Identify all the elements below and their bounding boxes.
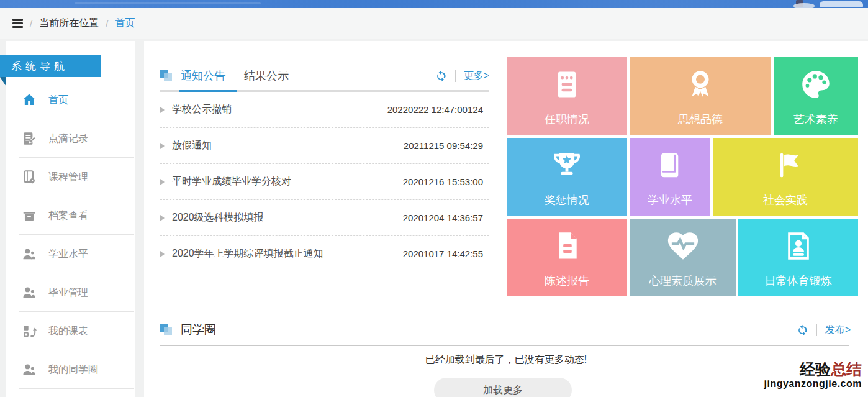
id-card-icon xyxy=(780,228,816,264)
sidebar-item-label: 首页 xyxy=(48,94,68,107)
notice-title: 平时学业成绩毕业学分核对 xyxy=(172,175,291,188)
notice-row[interactable]: 学校公示撤销 20220222 12:47:00124 xyxy=(160,92,489,128)
tile-art-literacy[interactable]: 艺术素养 xyxy=(774,57,858,135)
sidebar-item-archive[interactable]: 档案查看 xyxy=(6,196,135,235)
book-icon xyxy=(652,147,688,183)
sidebar-item-label: 学业水平 xyxy=(48,248,88,261)
tile-label: 思想品德 xyxy=(630,112,771,127)
tab-notice[interactable]: 通知公告 xyxy=(181,68,225,83)
tile-rewards-punishments[interactable]: 奖惩情况 xyxy=(507,138,627,216)
medal-icon xyxy=(682,66,718,103)
tile-academic-level[interactable]: 学业水平 xyxy=(630,138,710,216)
tile-moral-character[interactable]: 思想品德 xyxy=(630,57,771,135)
sidebar-item-timetable[interactable]: 我的课表 xyxy=(6,312,135,350)
sidebar-item-home[interactable]: 首页 xyxy=(6,81,135,119)
tile-social-practice[interactable]: 社会实践 xyxy=(713,138,858,216)
sidebar-item-graduation[interactable]: 毕业管理 xyxy=(6,273,135,312)
sidebar-item-label: 我的课表 xyxy=(48,325,88,338)
sidebar-nav: 首页 点滴记录 课程管理 xyxy=(6,81,135,389)
tab-results[interactable]: 结果公示 xyxy=(244,68,289,83)
caret-right-icon xyxy=(160,143,165,149)
tile-label: 陈述报告 xyxy=(507,273,627,288)
notice-title: 2020级选科模拟填报 xyxy=(172,211,264,224)
heart-pulse-icon xyxy=(665,228,701,264)
home-icon xyxy=(21,92,37,108)
header-divider xyxy=(455,70,456,82)
publish-link[interactable]: 发布> xyxy=(825,324,851,337)
palette-icon xyxy=(798,66,834,103)
more-link[interactable]: 更多> xyxy=(464,70,489,83)
notice-header: 通知公告 结果公示 更多> xyxy=(160,67,489,84)
sidebar-item-my-circle[interactable]: 我的同学圈 xyxy=(6,350,135,389)
tile-label: 任职情况 xyxy=(507,112,627,127)
breadcrumb-separator: / xyxy=(30,18,32,29)
notice-row[interactable]: 2020级选科模拟填报 20201204 14:36:57 xyxy=(160,200,489,236)
sidebar-item-label: 课程管理 xyxy=(48,171,88,184)
banner-decor xyxy=(793,3,815,8)
tile-statement-report[interactable]: 陈述报告 xyxy=(507,219,627,296)
breadcrumb: / 当前所在位置 / 首页 xyxy=(0,8,868,39)
sidebar-item-records[interactable]: 点滴记录 xyxy=(6,119,135,158)
archive-icon xyxy=(21,208,37,224)
tab-underline-track xyxy=(160,90,489,92)
ribbon-fold xyxy=(0,77,6,86)
section-squares-icon xyxy=(160,324,173,336)
refresh-icon[interactable] xyxy=(435,70,447,82)
tile-position-status[interactable]: 任职情况 xyxy=(507,57,627,135)
notice-datetime: 20220222 12:47:00124 xyxy=(387,104,489,115)
notice-row[interactable]: 2020学年上学期综评填报截止通知 20201017 14:42:55 xyxy=(160,236,489,272)
circle-section-header: 同学圈 发布> xyxy=(160,321,851,339)
notice-datetime: 20201017 14:42:55 xyxy=(403,249,489,259)
section-squares-icon xyxy=(160,70,173,82)
caret-right-icon xyxy=(160,179,165,185)
sidebar-item-label: 档案查看 xyxy=(48,209,88,222)
breadcrumb-location-label: 当前所在位置 xyxy=(39,17,99,30)
feed-empty-message: 已经加载到最后了，已没有更多动态! xyxy=(144,354,868,367)
tile-psychological-quality[interactable]: 心理素质展示 xyxy=(630,219,736,296)
section-divider xyxy=(160,345,849,346)
menu-icon[interactable] xyxy=(12,19,23,28)
breadcrumb-current-page[interactable]: 首页 xyxy=(115,17,135,30)
watermark: 经验总结 jingyanzongjie.com xyxy=(764,360,862,390)
load-more-button[interactable]: 加载更多 xyxy=(434,378,572,397)
people-icon xyxy=(21,362,37,378)
notice-title: 2020学年上学期综评填报截止通知 xyxy=(172,247,323,260)
schedule-icon xyxy=(21,323,37,339)
sidebar-item-label: 毕业管理 xyxy=(48,286,88,299)
main-panel: 通知公告 结果公示 更多> 学校公示撤销 20220222 12:47:0012… xyxy=(144,41,868,397)
tile-daily-exercise[interactable]: 日常体育锻炼 xyxy=(738,219,858,296)
breadcrumb-separator: / xyxy=(106,18,108,29)
person-icon xyxy=(21,285,37,301)
category-tiles: 任职情况 思想品德 xyxy=(507,57,858,299)
circle-title: 同学圈 xyxy=(181,322,216,338)
sidebar: 系统导航 首页 点滴记录 xyxy=(6,41,135,397)
notice-section: 通知公告 结果公示 更多> 学校公示撤销 20220222 12:47:0012… xyxy=(160,67,489,272)
refresh-icon[interactable] xyxy=(797,324,808,336)
sidebar-item-label: 点滴记录 xyxy=(48,132,88,145)
caret-right-icon xyxy=(160,215,165,221)
notice-datetime: 20201216 15:53:00 xyxy=(403,176,489,187)
tile-label: 艺术素养 xyxy=(774,112,858,127)
tile-label: 社会实践 xyxy=(713,193,858,208)
clipboard-list-icon xyxy=(549,66,585,103)
notice-datetime: 20211215 09:54:29 xyxy=(404,140,489,151)
person-icon xyxy=(21,246,37,262)
watermark-domain: jingyanzongjie.com xyxy=(764,378,862,390)
trophy-icon xyxy=(549,147,585,183)
sidebar-item-academic-level[interactable]: 学业水平 xyxy=(6,235,135,273)
course-icon xyxy=(21,169,37,185)
notice-datetime: 20201204 14:36:57 xyxy=(403,212,489,223)
sidebar-item-courses[interactable]: 课程管理 xyxy=(6,158,135,196)
notice-row[interactable]: 平时学业成绩毕业学分核对 20201216 15:53:00 xyxy=(160,164,489,200)
flag-icon xyxy=(767,147,803,183)
active-tab-underline xyxy=(179,90,237,92)
sidebar-title-ribbon: 系统导航 xyxy=(0,55,101,77)
top-banner xyxy=(0,0,868,8)
notice-title: 放假通知 xyxy=(172,139,212,152)
sidebar-item-label: 我的同学圈 xyxy=(48,363,98,376)
notice-row[interactable]: 放假通知 20211215 09:54:29 xyxy=(160,128,489,164)
notes-icon xyxy=(21,130,37,147)
tile-label: 奖惩情况 xyxy=(507,193,627,208)
document-icon xyxy=(549,228,585,264)
banner-decor xyxy=(820,1,863,7)
